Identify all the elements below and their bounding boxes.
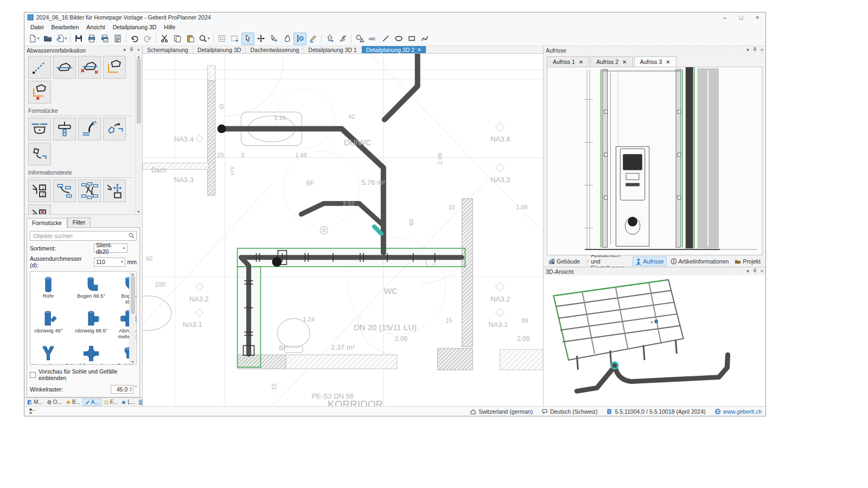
import-template-icon[interactable]: ▾: [54, 33, 69, 45]
line-icon[interactable]: [379, 33, 392, 45]
minimize-button[interactable]: –: [717, 12, 733, 22]
new-document-icon[interactable]: ▾: [27, 33, 41, 45]
sortiment-select[interactable]: Silent-db20▾: [94, 243, 127, 253]
menu-detailplanung-3d[interactable]: Detailplanung 3D: [109, 23, 161, 31]
fitting-list-scrollbar[interactable]: ▲▼: [129, 272, 136, 364]
maximize-button[interactable]: □: [733, 12, 749, 22]
fitting-under-slab-tool-button[interactable]: [28, 118, 51, 140]
aufriss-tab-aufriss-1[interactable]: Aufriss 1✕: [547, 56, 589, 67]
panel-dropdown-icon[interactable]: ▾: [746, 269, 749, 274]
panel-tab-gebäude[interactable]: Gebäude: [546, 257, 582, 266]
zoom-icon[interactable]: ▾: [197, 33, 212, 45]
draw-pipe-tool-button[interactable]: [28, 56, 51, 79]
catalog-tab-filter[interactable]: Filter: [67, 217, 91, 227]
fitting-bend-combo-tool-button[interactable]: [78, 118, 101, 140]
draw-edit-icon[interactable]: [307, 33, 320, 45]
fitting-item-hosenabzweig[interactable]: Hosenabzweig: [31, 344, 65, 365]
fitting-item-abzweig-45-[interactable]: Abzweig 45°: [31, 310, 65, 340]
calculator-icon[interactable]: [111, 33, 124, 45]
fitting-item-rohr[interactable]: Rohr: [31, 275, 65, 305]
drawing-tab-detailplanung-3d-2[interactable]: Detailplanung 3D 2✕: [362, 46, 426, 53]
panel-tab-artikelinformationen[interactable]: Artikelinformationen: [668, 257, 731, 266]
prefab-area-delete-tool-button[interactable]: [78, 56, 101, 79]
print-icon[interactable]: [85, 33, 98, 45]
label-delete-tool-button[interactable]: [28, 204, 51, 215]
dock-tab-L[interactable]: L...: [119, 399, 137, 406]
panel-dropdown-icon[interactable]: ▾: [123, 48, 126, 53]
print-preview-icon[interactable]: [98, 33, 111, 45]
rectangle-icon[interactable]: [405, 33, 418, 45]
fitting-item-schachtbogenabzweig[interactable]: Schachtbogenabzweig: [65, 344, 117, 365]
ellipse-icon[interactable]: [392, 33, 405, 45]
close-button[interactable]: ×: [749, 12, 765, 22]
fitting-hammer-tool-button[interactable]: [53, 118, 76, 140]
pin-icon[interactable]: [752, 47, 757, 53]
label-move-tool-button[interactable]: [103, 179, 126, 202]
view3d-viewport[interactable]: ×: [544, 275, 765, 406]
redo-icon[interactable]: [141, 33, 154, 45]
search-input[interactable]: [30, 231, 137, 241]
drawing-tab-schemaplanung[interactable]: Schemaplanung: [143, 46, 193, 53]
fitting-item-bogen-88-5-[interactable]: Bogen 88.5°: [65, 275, 117, 305]
pin-icon[interactable]: [129, 47, 134, 53]
pan-move-icon[interactable]: [254, 33, 267, 45]
drawing-tab-detailplanung-3d[interactable]: Detailplanung 3D: [193, 46, 246, 53]
fitting-item-abzweig-88-5-[interactable]: Abzweig 88.5°: [65, 310, 117, 340]
dimension-settings-icon[interactable]: [293, 33, 307, 45]
copy-icon[interactable]: [171, 33, 184, 45]
polyline-icon[interactable]: [418, 33, 431, 45]
dock-tab-M[interactable]: M...: [25, 399, 44, 406]
catalog-tab-formstücke[interactable]: Formstücke: [27, 218, 67, 228]
elevation-view[interactable]: [547, 67, 762, 255]
shapes-icon[interactable]: [353, 33, 366, 45]
prefab-orange-delete-tool-button[interactable]: [28, 81, 51, 104]
angle-spinner[interactable]: 45.0 ▲▼: [111, 385, 133, 394]
select-add-icon[interactable]: [267, 33, 280, 45]
panel-tab-aufrisse[interactable]: Aufrisse: [633, 256, 667, 266]
dock-tab-A[interactable]: A...: [82, 399, 101, 406]
arrow-up-add-icon[interactable]: [323, 33, 336, 45]
menu-hilfe[interactable]: Hilfe: [160, 23, 179, 31]
menu-bearbeiten[interactable]: Bearbeiten: [48, 23, 83, 31]
floor-plan-canvas[interactable]: 1.1042NA3.4DU/WC2551.49NA3.42.09DachNA3.…: [143, 54, 543, 406]
drawing-tab-dachentwässerung[interactable]: Dachentwässerung: [246, 46, 304, 53]
disable-draw-icon[interactable]: [336, 33, 349, 45]
paste-icon[interactable]: [184, 33, 197, 45]
undo-icon[interactable]: [128, 33, 141, 45]
save-icon[interactable]: [72, 33, 85, 45]
menu-datei[interactable]: Datei: [27, 23, 48, 31]
aufriss-tab-aufriss-2[interactable]: Aufriss 2✕: [590, 56, 633, 67]
select-cursor-icon[interactable]: [241, 33, 254, 45]
zoom-fit-icon[interactable]: [215, 33, 228, 45]
label-multi-tool-button[interactable]: [78, 179, 101, 202]
hand-icon[interactable]: [280, 33, 293, 45]
label-numbered-tool-button[interactable]: 12: [28, 179, 51, 202]
panel-tab-projekt[interactable]: Projekt: [732, 257, 763, 266]
aufriss-tab-aufriss-3[interactable]: Aufriss 3✕: [634, 56, 676, 67]
status-link[interactable]: www.geberit.ch: [714, 408, 762, 415]
prefab-area-tool-button[interactable]: [53, 56, 76, 79]
dock-tab-O[interactable]: O...: [45, 399, 63, 406]
close-panel-icon[interactable]: ×: [761, 48, 763, 53]
pin-icon[interactable]: [752, 268, 757, 274]
label-callouts-tool-button[interactable]: [53, 179, 76, 202]
open-folder-icon[interactable]: [41, 33, 54, 45]
close-panel-icon[interactable]: ×: [761, 269, 763, 274]
diameter-select[interactable]: 110▾: [94, 258, 125, 267]
dock-tab-F[interactable]: F...: [102, 399, 119, 406]
palette-scrollbar[interactable]: ▲▼: [135, 55, 142, 214]
cut-icon[interactable]: [158, 33, 171, 45]
svg-text:NA3.1: NA3.1: [488, 320, 508, 329]
prefab-orange-tool-button[interactable]: [103, 56, 126, 79]
pipe-fitting-teal: [374, 227, 381, 234]
drawing-tab-detailplanung-3d-1[interactable]: Detailplanung 3D 1: [304, 46, 361, 53]
preview-checkbox[interactable]: [30, 372, 36, 378]
panel-dropdown-icon[interactable]: ▾: [746, 48, 749, 53]
menu-ansicht[interactable]: Ansicht: [82, 23, 108, 31]
dock-tab-B[interactable]: B...: [64, 399, 82, 406]
close-panel-icon[interactable]: ×: [137, 48, 140, 53]
text-abc-icon[interactable]: ABC: [366, 33, 379, 45]
fitting-move-tool-button[interactable]: [103, 118, 126, 140]
fitting-chain-tool-button[interactable]: [28, 143, 51, 165]
zoom-window-icon[interactable]: [228, 33, 241, 45]
